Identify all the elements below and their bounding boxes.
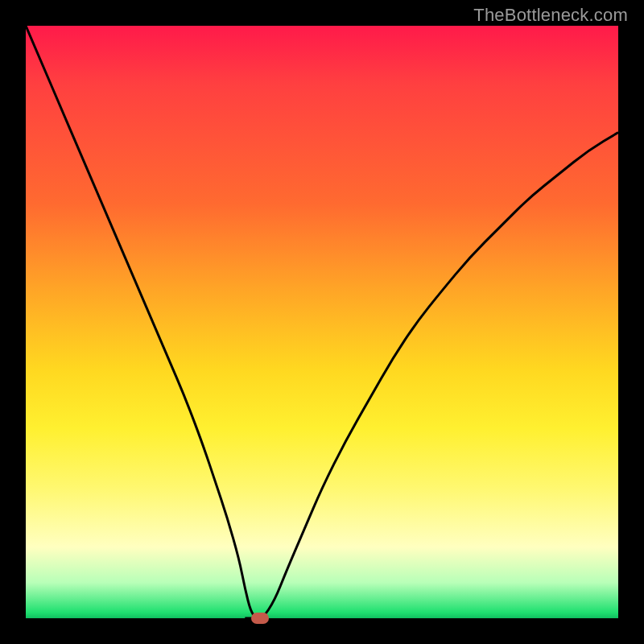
bottleneck-curve <box>26 26 618 618</box>
chart-frame: TheBottleneck.com <box>0 0 644 644</box>
plot-area <box>26 26 618 618</box>
curve-path <box>26 26 618 618</box>
optimal-marker <box>251 613 269 624</box>
watermark-text: TheBottleneck.com <box>473 5 628 26</box>
